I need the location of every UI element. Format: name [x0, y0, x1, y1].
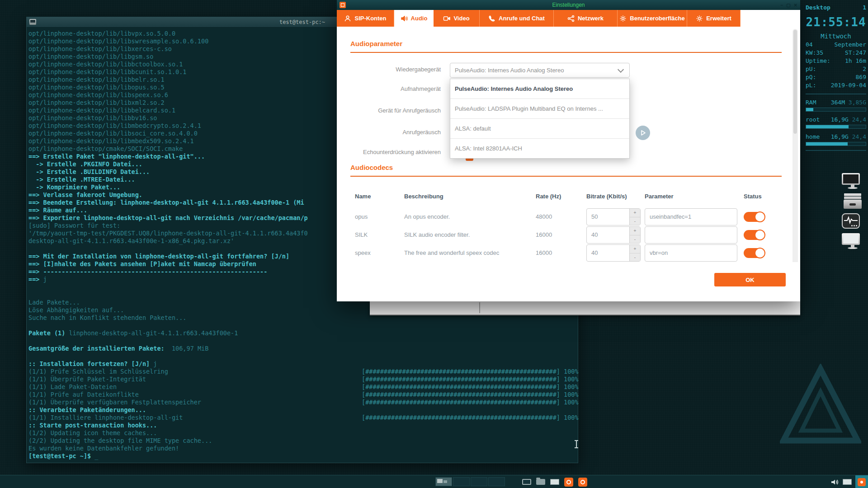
close-icon[interactable]: ✕ — [794, 3, 797, 8]
desktop-logo — [780, 364, 861, 447]
progress-bar: [#######################################… — [362, 375, 579, 383]
meter-bar — [806, 125, 866, 129]
tab-erweitert[interactable]: Erweitert — [687, 10, 741, 27]
ok-button[interactable]: OK — [714, 273, 786, 286]
bitrate-value: 40 — [591, 249, 598, 256]
system-tray — [831, 475, 868, 488]
app-orange-icon[interactable] — [578, 478, 587, 487]
folder-icon[interactable] — [536, 479, 545, 485]
bitrate-spinbox[interactable]: 50+- — [586, 208, 641, 225]
playback-device-dropdown: PulseAudio: Internes Audio Analog Stereo… — [450, 79, 630, 159]
workspace-4[interactable] — [488, 477, 505, 486]
form-label: Gerät für Anrufgeräusch — [350, 107, 441, 114]
playback-device-combobox[interactable]: PulseAudio: Internes Audio Analog Stereo — [450, 63, 630, 78]
progress-bar: [#######################################… — [362, 383, 579, 391]
codec-name: speex — [355, 249, 371, 256]
bitrate-spinbox[interactable]: 40+- — [586, 226, 641, 244]
video-camera-icon — [443, 15, 450, 22]
base — [848, 187, 858, 189]
terminal-line: (1/1) Lade Paket-Dateien[###############… — [28, 383, 576, 391]
codec-description: An opus encoder. — [404, 213, 450, 220]
conky-row: pL:2019-09-04 — [806, 81, 866, 89]
toggle-knob — [755, 248, 765, 258]
codec-status-toggle[interactable] — [744, 248, 762, 258]
workspace-2[interactable] — [453, 477, 470, 486]
conky-meter-ram: RAM364M 3,85G — [806, 99, 866, 112]
parameter-value: vbr=on — [650, 249, 668, 256]
column-header: Bitrate (Kbit/s) — [586, 193, 627, 200]
minimize-icon[interactable]: – — [781, 3, 783, 8]
scrollbar-thumb[interactable] — [793, 30, 797, 134]
dropdown-option[interactable]: PulseAudio: Internes Audio Analog Stereo — [450, 79, 629, 99]
parameter-input[interactable] — [645, 226, 737, 244]
gear-icon — [696, 15, 703, 22]
spin-buttons[interactable]: +- — [629, 245, 640, 261]
display-light-icon[interactable] — [842, 233, 863, 249]
monitor-icon[interactable] — [842, 173, 863, 189]
tab-anrufe-und-chat[interactable]: Anrufe und Chat — [480, 10, 554, 27]
volume-icon[interactable] — [831, 479, 839, 486]
form-label: Aufnahmegerät — [350, 85, 441, 92]
dialog-scrollbar[interactable] — [793, 29, 798, 271]
conky-row: pQ:869 — [806, 73, 866, 81]
play-test-sound-button[interactable] — [636, 126, 650, 140]
dropdown-option[interactable]: PulseAudio: LADSPA Plugin Multiband EQ o… — [450, 99, 629, 118]
column-header: Beschreibung — [404, 193, 443, 200]
app-orange-icon[interactable] — [564, 478, 573, 487]
terminal-line: (2/2) Updating the desktop file MIME typ… — [28, 437, 576, 445]
dropdown-option[interactable]: ALSA: default — [450, 118, 629, 138]
dropdown-option[interactable]: ALSA: Intel 82801AA-ICH — [450, 138, 629, 158]
column-header: Rate (Hz) — [536, 193, 561, 200]
settings-dialog: Einstellungen –▢✕ SIP-KontenAudioVideoAn… — [337, 0, 800, 301]
codec-rate: 16000 — [536, 249, 552, 256]
spin-down-icon[interactable]: - — [630, 235, 640, 244]
spin-buttons[interactable]: +- — [629, 209, 640, 225]
dialog-titlebar[interactable]: Einstellungen –▢✕ — [337, 0, 800, 10]
column-header: Name — [355, 193, 371, 200]
tab-sip-konten[interactable]: SIP-Konten — [337, 10, 394, 27]
progress-bar: [#######################################… — [362, 399, 579, 406]
spin-buttons[interactable]: +- — [629, 227, 640, 243]
spin-down-icon[interactable]: - — [630, 253, 640, 262]
clock: 21:55:14 — [806, 15, 866, 29]
workspace-3[interactable] — [471, 477, 487, 486]
spin-up-icon[interactable]: + — [630, 209, 640, 217]
form-label: Wiedergabegerät — [350, 66, 441, 73]
chevron-down-icon — [618, 66, 624, 72]
desktop-icons — [842, 173, 863, 253]
spin-up-icon[interactable]: + — [630, 227, 640, 235]
maximize-icon[interactable]: ▢ — [786, 3, 790, 8]
spin-down-icon[interactable]: - — [630, 217, 640, 225]
parameter-input[interactable]: vbr=on — [645, 244, 737, 262]
terminal-line: (1/1) Überprüfe verfügbaren Festplattens… — [28, 399, 576, 406]
settings-orange-icon[interactable] — [855, 475, 868, 488]
workspace-1[interactable] — [435, 477, 452, 486]
terminal-line: Es wurden keine Datenbankfehler gefunden… — [28, 445, 576, 452]
monitor-icon[interactable] — [522, 479, 531, 485]
dialog-footer: OK — [337, 262, 800, 301]
codec-status-toggle[interactable] — [744, 212, 762, 222]
mini-window — [437, 479, 443, 483]
desktop-label: Desktop — [806, 4, 830, 12]
heading-rule — [350, 52, 782, 53]
heading-rule — [350, 176, 782, 177]
tab-video[interactable]: Video — [434, 10, 480, 27]
parameter-input[interactable]: useinbandfec=1 — [645, 208, 737, 225]
terminal-line: :: Installation fortsetzen? [J/n] j — [28, 360, 576, 368]
phone-icon — [488, 15, 495, 22]
tab-netzwerk[interactable]: Netzwerk — [554, 10, 618, 27]
play-icon — [639, 129, 646, 136]
spin-up-icon[interactable]: + — [630, 245, 640, 253]
codec-name: SILK — [355, 231, 368, 238]
bitrate-spinbox[interactable]: 40+- — [586, 244, 641, 262]
codec-status-toggle[interactable] — [744, 230, 762, 240]
tab-label: SIP-Konten — [354, 15, 386, 22]
progress-bar: [#######################################… — [362, 414, 579, 422]
tab-benutzeroberfl-che[interactable]: Benutzeroberfläche — [618, 10, 687, 27]
background-window[interactable] — [370, 301, 800, 315]
file-cabinet-icon[interactable] — [842, 193, 863, 209]
tab-audio[interactable]: Audio — [394, 10, 434, 27]
system-monitor-icon[interactable] — [842, 213, 860, 229]
display-icon[interactable] — [550, 479, 559, 485]
display-icon[interactable] — [843, 479, 852, 485]
